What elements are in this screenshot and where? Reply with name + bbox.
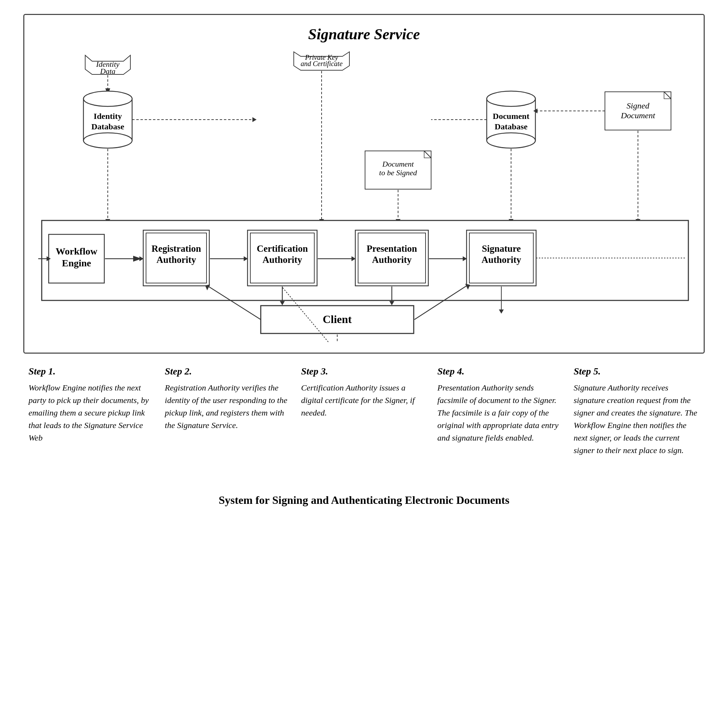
step-5-text: Signature Authority receives signature c… — [573, 383, 697, 455]
svg-point-9 — [487, 91, 535, 106]
client-group: Client — [261, 306, 414, 334]
step-4-text: Presentation Authority sends facsimile o… — [437, 383, 558, 442]
page-container: Signature Service Identity Data — [14, 14, 714, 675]
sa-label2: Authority — [481, 255, 521, 265]
diagram-svg: Identity Data Identity Database — [38, 50, 692, 342]
steps-section: Step 1. Workflow Engine notifies the nex… — [23, 364, 705, 457]
step-5-column: Step 5. Signature Authority receives sig… — [568, 364, 705, 457]
presentation-authority-group: Presentation Authority — [355, 230, 428, 286]
step-1-title: Step 1. — [29, 364, 155, 379]
step-5-title: Step 5. — [573, 364, 699, 379]
workflow-engine-group: Workflow Engine — [49, 234, 104, 283]
workflow-engine-label2: Engine — [62, 258, 91, 268]
sa-label1: Signature — [482, 244, 521, 254]
private-key-group: Private Key and Certificate — [294, 52, 349, 223]
identity-database-group: Identity Database — [83, 91, 257, 223]
step-3-column: Step 3. Certification Authority issues a… — [296, 364, 432, 457]
signature-authority-group: Signature Authority — [467, 230, 536, 286]
pa-to-client-head — [390, 301, 394, 305]
identity-data-label2: Data — [100, 67, 115, 76]
identity-database-label2: Database — [92, 122, 124, 131]
step-3-title: Step 3. — [301, 364, 427, 379]
signed-doc-label1: Signed — [626, 101, 649, 110]
step-1-text: Workflow Engine notifies the next party … — [29, 383, 149, 442]
ra-label1: Registration — [152, 244, 201, 254]
document-db-label1: Document — [493, 112, 529, 121]
identity-db-right-head — [252, 117, 257, 122]
pa-label1: Presentation — [367, 244, 417, 254]
sa-to-client-head — [499, 309, 504, 314]
step-4-column: Step 4. Presentation Authority sends fac… — [432, 364, 568, 457]
identity-database-label: Identity — [93, 112, 122, 121]
ca-to-client-head — [280, 301, 285, 305]
step-1-column: Step 1. Workflow Engine notifies the nex… — [23, 364, 160, 457]
bottom-caption: System for Signing and Authenticating El… — [23, 491, 705, 509]
doc-to-sign-group: Document to be Signed — [365, 151, 431, 223]
signed-doc-group: Signed Document — [533, 92, 671, 223]
ra-label2: Authority — [156, 255, 196, 265]
certification-authority-group: Certification Authority — [248, 230, 317, 286]
document-db-label2: Database — [495, 122, 528, 131]
step-2-column: Step 2. Registration Authority verifies … — [160, 364, 296, 457]
signed-doc-label2: Document — [621, 111, 656, 120]
doc-sign-label1: Document — [382, 160, 414, 168]
identity-data-group: Identity Data — [85, 55, 130, 95]
svg-point-3 — [83, 133, 132, 148]
registration-authority-group: Registration Authority — [143, 230, 209, 286]
document-database-group: Document Database — [431, 91, 535, 223]
step-4-title: Step 4. — [437, 364, 563, 379]
doc-sign-label2: to be Signed — [379, 168, 417, 177]
ca-label2: Authority — [263, 255, 302, 265]
step-2-title: Step 2. — [165, 364, 291, 379]
workflow-engine-label1: Workflow — [55, 246, 98, 257]
ca-label1: Certification — [257, 244, 308, 254]
svg-point-10 — [487, 133, 535, 148]
private-key-label2: and Certificate — [301, 60, 343, 68]
svg-point-2 — [83, 91, 132, 106]
pa-label2: Authority — [372, 255, 411, 265]
step-2-text: Registration Authority verifies the iden… — [165, 383, 287, 430]
step-3-text: Certification Authority issues a digital… — [301, 383, 415, 417]
signature-service-title: Signature Service — [38, 25, 690, 43]
client-label: Client — [322, 313, 352, 325]
